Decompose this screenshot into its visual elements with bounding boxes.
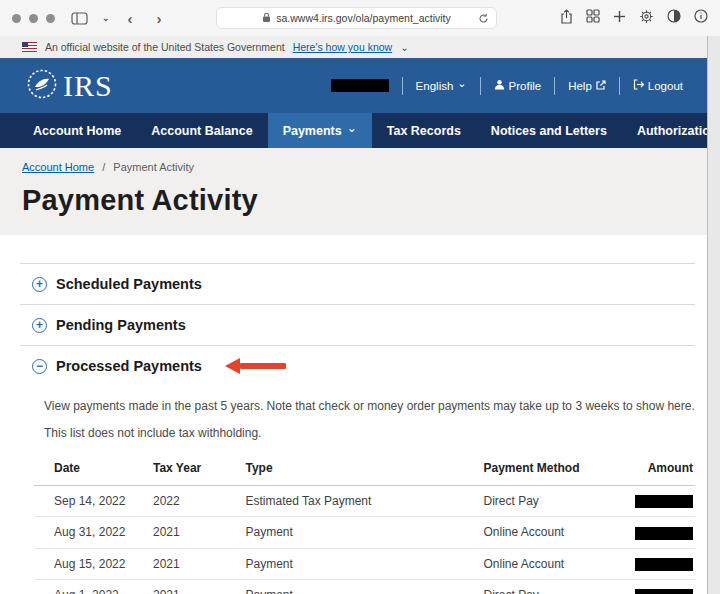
cell-date: Aug 15, 2022	[34, 548, 153, 579]
col-header-tax-year: Tax Year	[153, 455, 246, 486]
share-icon[interactable]	[560, 9, 573, 28]
cell-type: Payment	[246, 579, 484, 594]
accordion-scheduled-payments[interactable]: + Scheduled Payments	[20, 263, 695, 304]
accordion-processed-payments[interactable]: − Processed Payments	[20, 345, 695, 386]
window-zoom-button[interactable]	[46, 14, 55, 23]
breadcrumb-separator: /	[102, 161, 105, 173]
cell-date: Aug 31, 2022	[34, 517, 153, 548]
logout-label: Logout	[648, 80, 683, 92]
irs-logo[interactable]: IRS	[24, 66, 113, 106]
col-header-date: Date	[34, 455, 153, 486]
col-header-payment-method: Payment Method	[483, 455, 609, 486]
sidebar-chevron-icon[interactable]: ⌄	[98, 14, 114, 23]
header-divider	[402, 77, 403, 95]
extensions-gear-icon[interactable]	[639, 9, 654, 28]
chevron-down-icon: ⌄	[400, 45, 408, 50]
language-dropdown[interactable]: English ⌄	[416, 80, 467, 92]
irs-logo-text: IRS	[63, 69, 113, 103]
redacted-amount	[635, 495, 693, 508]
cell-date: Aug 1, 2022	[34, 579, 153, 594]
table-row: Aug 1, 2022 2021 Payment Direct Pay	[34, 579, 695, 594]
payments-table: Date Tax Year Type Payment Method Amount…	[34, 455, 695, 594]
expand-icon: +	[32, 277, 47, 292]
usa-gov-banner: An official website of the United States…	[0, 36, 707, 58]
expand-icon: +	[32, 318, 47, 333]
webpage: An official website of the United States…	[0, 36, 707, 594]
cell-payment-method: Online Account	[483, 517, 609, 548]
annotation-arrow-icon	[225, 358, 286, 374]
irs-header: IRS English ⌄ Profile	[0, 58, 707, 113]
col-header-type: Type	[246, 455, 484, 486]
window-right-gutter	[707, 36, 720, 594]
header-divider	[619, 77, 620, 95]
header-divider	[554, 77, 555, 95]
refresh-icon[interactable]	[478, 13, 489, 26]
cell-tax-year: 2022	[153, 486, 246, 517]
table-row: Sep 14, 2022 2022 Estimated Tax Payment …	[34, 486, 695, 517]
cell-type: Payment	[246, 517, 484, 548]
logout-icon	[633, 79, 644, 92]
back-button[interactable]: ‹	[124, 11, 137, 26]
profile-link[interactable]: Profile	[494, 79, 542, 92]
nav-item-authorizations[interactable]: Authorizations	[622, 113, 720, 148]
cell-payment-method: Direct Pay	[483, 486, 609, 517]
cell-date: Sep 14, 2022	[34, 486, 153, 517]
new-tab-icon[interactable]	[613, 9, 626, 27]
forward-button[interactable]: ›	[153, 11, 166, 26]
person-icon	[494, 79, 505, 92]
redacted-amount	[635, 527, 693, 540]
page-content: + Scheduled Payments + Pending Payments …	[0, 235, 707, 594]
nav-item-payments[interactable]: Payments ⌄	[268, 113, 372, 148]
chevron-down-icon: ⌄	[347, 126, 357, 131]
how-you-know-link[interactable]: Here's how you know	[293, 41, 392, 53]
processed-note: This list does not include tax withholdi…	[44, 426, 695, 440]
table-row: Aug 31, 2022 2021 Payment Online Account	[34, 517, 695, 548]
cell-amount	[609, 486, 695, 517]
cell-type: Estimated Tax Payment	[246, 486, 484, 517]
accordion-label: Processed Payments	[56, 358, 202, 374]
redacted-amount	[635, 589, 693, 594]
help-label: Help	[568, 80, 592, 92]
breadcrumb-current: Payment Activity	[113, 161, 194, 173]
info-icon[interactable]	[694, 9, 708, 27]
help-link[interactable]: Help	[568, 80, 606, 92]
page-title: Payment Activity	[22, 184, 683, 217]
window-close-button[interactable]	[12, 14, 21, 23]
lock-icon	[262, 12, 271, 25]
nav-item-notices-letters[interactable]: Notices and Letters	[476, 113, 622, 148]
cell-amount	[609, 517, 695, 548]
irs-eagle-emblem-icon	[24, 66, 60, 106]
cell-amount	[609, 579, 695, 594]
nav-payments-label: Payments	[283, 124, 342, 138]
nav-item-tax-records[interactable]: Tax Records	[372, 113, 476, 148]
table-header-row: Date Tax Year Type Payment Method Amount	[34, 455, 695, 486]
address-bar[interactable]: sa.www4.irs.gov/ola/payment_activity	[216, 7, 497, 29]
header-divider	[480, 77, 481, 95]
nav-item-account-home[interactable]: Account Home	[18, 113, 136, 148]
window-controls[interactable]	[12, 14, 55, 23]
logout-link[interactable]: Logout	[633, 79, 683, 92]
window-minimize-button[interactable]	[29, 14, 38, 23]
redacted-amount	[635, 558, 693, 571]
sidebar-icon[interactable]	[71, 12, 88, 25]
cell-tax-year: 2021	[153, 548, 246, 579]
chevron-down-icon: ⌄	[457, 81, 466, 85]
processed-payments-section: View payments made in the past 5 years. …	[20, 399, 695, 440]
accordion-pending-payments[interactable]: + Pending Payments	[20, 304, 695, 345]
redacted-username	[331, 79, 389, 92]
cell-payment-method: Direct Pay	[483, 579, 609, 594]
cell-type: Payment	[246, 548, 484, 579]
accordion-label: Pending Payments	[56, 317, 186, 333]
contrast-icon[interactable]	[667, 9, 681, 27]
breadcrumb-home-link[interactable]: Account Home	[22, 161, 94, 173]
language-label: English	[416, 80, 454, 92]
cell-tax-year: 2021	[153, 579, 246, 594]
tab-overview-icon[interactable]	[586, 9, 600, 27]
browser-toolbar: ⌄ ‹ › sa.www4.irs.gov/ola/payment_activi…	[0, 0, 720, 36]
url-text: sa.www4.irs.gov/ola/payment_activity	[276, 12, 451, 24]
nav-item-account-balance[interactable]: Account Balance	[136, 113, 267, 148]
accordion-label: Scheduled Payments	[56, 276, 202, 292]
screenshot-root: ⌄ ‹ › sa.www4.irs.gov/ola/payment_activi…	[0, 0, 720, 594]
external-link-icon	[596, 80, 606, 92]
profile-label: Profile	[509, 80, 542, 92]
